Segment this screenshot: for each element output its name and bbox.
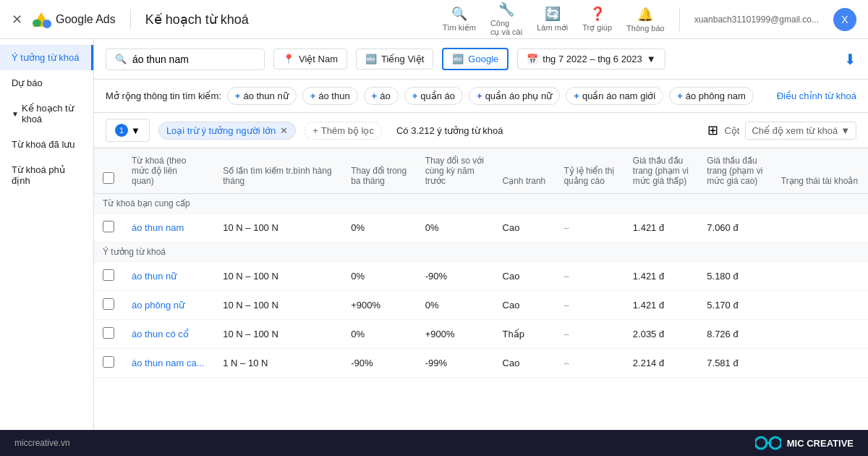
expansion-tag-1[interactable]: + áo thun xyxy=(302,87,358,105)
th-three-month: Thay đổi trongba tháng xyxy=(342,148,417,194)
filter-icon: ▼ xyxy=(131,125,140,136)
view-mode-button[interactable]: Chế độ xem từ khoá ▼ xyxy=(745,122,856,140)
checkbox-0[interactable] xyxy=(103,221,114,232)
expansion-tag-2[interactable]: + áo xyxy=(364,87,399,105)
chevron-down-icon: ▼ xyxy=(841,125,850,136)
yoy-4: -99% xyxy=(417,349,494,378)
tools-tool[interactable]: 🔧 Côngcụ và cài xyxy=(490,1,522,37)
display-rate-0: – xyxy=(555,214,624,242)
keyword-0[interactable]: áo thun nam xyxy=(123,214,214,242)
checkbox-4[interactable] xyxy=(103,356,114,368)
search-volume-1: 10 N – 100 N xyxy=(214,262,342,291)
expansion-tag-3[interactable]: + quần áo xyxy=(404,87,463,105)
col-label: Cột xyxy=(724,125,739,136)
keyword-3[interactable]: áo thun có cổ xyxy=(123,320,214,349)
user-email: xuanbach31101999@gmail.co... xyxy=(694,14,819,25)
download-button[interactable]: ⬇ xyxy=(844,51,856,68)
language-filter[interactable]: 🔤 Tiếng Việt xyxy=(356,48,433,69)
network-filter[interactable]: 🔤 Google xyxy=(442,48,509,70)
status-3 xyxy=(773,320,868,349)
th-competition: Cạnh tranh xyxy=(494,148,556,194)
keyword-1[interactable]: áo thun nữ xyxy=(123,262,214,291)
competition-1: Cao xyxy=(494,262,556,291)
view-mode: ⊞ Cột Chế độ xem từ khoá ▼ xyxy=(707,122,856,140)
chevron-down-icon: ▼ xyxy=(647,54,656,64)
plus-icon-2: + xyxy=(372,90,378,101)
network-label: Google xyxy=(468,54,498,64)
plus-icon-1: + xyxy=(310,90,316,101)
section-label-provided: Từ khoá bạn cung cấp xyxy=(94,194,868,214)
keyword-4[interactable]: áo thun nam ca... xyxy=(123,349,214,378)
expansion-tag-0[interactable]: + áo thun nữ xyxy=(227,87,297,105)
location-icon: 📍 xyxy=(283,54,294,64)
expansion-tag-4[interactable]: + quần áo phụ nữ xyxy=(469,87,560,105)
checkbox-3[interactable] xyxy=(103,327,114,339)
sidebar-label-tu-khoa-luu: Từ khoá đã lưu xyxy=(12,139,75,150)
search-input[interactable] xyxy=(132,54,255,65)
sidebar-item-ke-hoach[interactable]: ▼ Kế hoạch từ khoá xyxy=(0,96,93,132)
location-filter[interactable]: 📍 Việt Nam xyxy=(273,48,347,69)
th-search-volume: Số lần tìm kiếm tr.bình hàngtháng xyxy=(214,148,342,194)
view-mode-label: Chế độ xem từ khoá xyxy=(752,125,838,136)
high-bid-3: 8.726 đ xyxy=(698,320,772,349)
low-bid-1: 1.421 đ xyxy=(624,262,698,291)
expansion-tag-5[interactable]: + quần áo nam giới xyxy=(566,87,663,105)
search-tool[interactable]: 🔍 Tìm kiếm xyxy=(443,6,476,33)
display-rate-1: – xyxy=(555,262,624,291)
select-all-checkbox[interactable] xyxy=(103,172,114,184)
bottom-logo-text: miccreative.vn xyxy=(14,438,70,448)
help-tool[interactable]: ❓ Trợ giúp xyxy=(582,6,612,33)
display-rate-3: – xyxy=(555,320,624,349)
keywords-table: Từ khoá (theomức độ liênquan) Số lần tìm… xyxy=(94,148,868,378)
sidebar-label-ke-hoach: Kế hoạch từ khoá xyxy=(22,103,82,124)
low-bid-2: 1.421 đ xyxy=(624,291,698,320)
content-area: 🔍 📍 Việt Nam 🔤 Tiếng Việt 🔤 Google 📅 thg… xyxy=(94,39,868,430)
remove-filter-button[interactable]: ✕ xyxy=(280,125,288,136)
search-volume-0: 10 N – 100 N xyxy=(214,214,342,242)
search-icon: 🔍 xyxy=(451,6,467,22)
close-button[interactable]: ✕ xyxy=(12,12,22,28)
svg-point-3 xyxy=(755,437,767,449)
app-logo: Google Ads xyxy=(31,9,116,30)
low-bid-3: 2.035 đ xyxy=(624,320,698,349)
three-month-2: +900% xyxy=(342,291,417,320)
filter-button[interactable]: 1 ▼ xyxy=(106,119,150,142)
search-input-wrap[interactable]: 🔍 xyxy=(106,48,265,70)
checkbox-1[interactable] xyxy=(103,269,114,281)
expansion-tag-label-2: áo xyxy=(380,90,390,101)
notify-tool[interactable]: 🔔 Thông báo xyxy=(626,7,665,33)
sidebar-item-tu-khoa-luu[interactable]: Từ khoá đã lưu xyxy=(0,132,93,157)
sidebar-item-du-bao[interactable]: Dự báo xyxy=(0,70,93,96)
nav-separator xyxy=(679,8,680,31)
sidebar-item-tu-khoa-phu-dinh[interactable]: Từ khoá phủ định xyxy=(0,157,93,193)
sidebar-label-y-tuong: Ý tưởng từ khoá xyxy=(12,52,79,63)
expansion-tag-6[interactable]: + áo phông nam xyxy=(669,87,754,105)
adjust-keywords-link[interactable]: Điều chỉnh từ khoá xyxy=(777,90,856,101)
keyword-count: Có 3.212 ý tưởng từ khoá xyxy=(396,125,503,136)
date-filter[interactable]: 📅 thg 7 2022 – thg 6 2023 ▼ xyxy=(517,48,665,69)
status-2 xyxy=(773,291,868,320)
plus-icon-5: + xyxy=(574,90,579,101)
expansion-label: Mở rộng thông tin tìm kiếm: xyxy=(106,90,221,101)
sidebar: Ý tưởng từ khoá Dự báo ▼ Kế hoạch từ kho… xyxy=(0,39,94,430)
row-checkbox-3[interactable] xyxy=(94,320,123,349)
row-checkbox-2[interactable] xyxy=(94,291,123,320)
row-checkbox-4[interactable] xyxy=(94,349,123,378)
three-month-4: -90% xyxy=(342,349,417,378)
expansion-row: Mở rộng thông tin tìm kiếm: + áo thun nữ… xyxy=(94,80,868,113)
th-yoy: Thay đổi so vớicùng kỳ nămtrước xyxy=(417,148,494,194)
add-filter-button[interactable]: + Thêm bộ lọc xyxy=(305,122,382,140)
sidebar-item-y-tuong[interactable]: Ý tưởng từ khoá xyxy=(0,45,93,70)
keyword-2[interactable]: áo phông nữ xyxy=(123,291,214,320)
checkbox-2[interactable] xyxy=(103,298,114,310)
user-avatar[interactable]: X xyxy=(833,8,856,31)
keywords-table-wrap: Từ khoá (theomức độ liênquan) Số lần tìm… xyxy=(94,148,868,430)
search-icon: 🔍 xyxy=(115,54,127,64)
main-layout: Ý tưởng từ khoá Dự báo ▼ Kế hoạch từ kho… xyxy=(0,39,868,430)
row-checkbox-0[interactable] xyxy=(94,214,123,242)
three-month-3: 0% xyxy=(342,320,417,349)
tools-label: Côngcụ và cài xyxy=(490,19,522,37)
row-checkbox-1[interactable] xyxy=(94,262,123,291)
refresh-tool[interactable]: 🔄 Làm mới xyxy=(537,6,568,33)
language-icon: 🔤 xyxy=(365,54,377,64)
